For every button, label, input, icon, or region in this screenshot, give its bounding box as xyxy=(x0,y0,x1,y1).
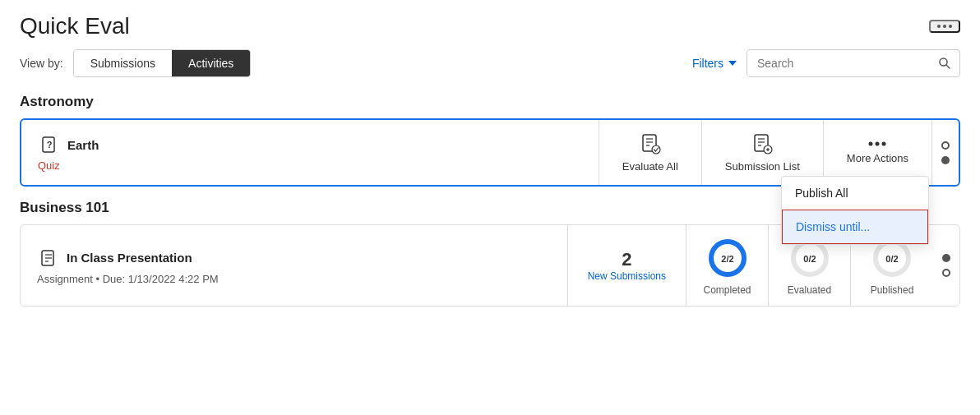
view-by-section: View by: Submissions Activities xyxy=(20,49,251,77)
dot-empty xyxy=(941,141,950,150)
svg-text:2/2: 2/2 xyxy=(721,254,733,264)
submissions-tab[interactable]: Submissions xyxy=(74,50,172,76)
search-box xyxy=(747,49,960,77)
filters-label: Filters xyxy=(692,57,723,70)
dismiss-until-item[interactable]: Dismiss until... xyxy=(782,210,928,244)
card-left-earth: ? Earth Quiz xyxy=(21,120,599,185)
section-astronomy: Astronomy xyxy=(20,94,960,110)
published-label: Published xyxy=(871,284,914,296)
view-by-label: View by: xyxy=(20,57,63,70)
earth-title: Earth xyxy=(67,138,99,152)
new-submissions-block: 2 New Submissions xyxy=(568,225,686,306)
more-actions-dropdown: Publish All Dismiss until... xyxy=(781,176,929,245)
evaluate-all-label: Evaluate All xyxy=(622,160,678,173)
filters-button[interactable]: Filters xyxy=(692,57,737,70)
new-submissions-number: 2 xyxy=(622,249,631,270)
search-icon xyxy=(938,57,951,70)
toolbar-row: View by: Submissions Activities Filters xyxy=(20,49,960,77)
submission-list-icon xyxy=(751,132,774,155)
search-button[interactable] xyxy=(930,52,959,75)
card-end-presentation xyxy=(933,225,959,306)
completed-donut-chart: 2/2 xyxy=(705,235,751,281)
view-toggle: Submissions Activities xyxy=(73,49,252,77)
earth-subtitle: Quiz xyxy=(38,159,582,172)
presentation-subtitle: Assignment • Due: 1/13/2022 4:22 PM xyxy=(37,273,551,285)
page-title: Quick Eval xyxy=(20,13,130,39)
more-actions-label: More Actions xyxy=(847,152,908,164)
quiz-icon: ? xyxy=(38,133,61,156)
chevron-down-icon xyxy=(728,61,737,66)
right-controls: Filters xyxy=(692,49,960,77)
more-options-button[interactable] xyxy=(929,20,960,33)
svg-point-16 xyxy=(869,142,873,146)
submission-list-label: Submission List xyxy=(725,160,800,173)
svg-line-1 xyxy=(946,65,950,68)
dot-empty-2 xyxy=(942,269,950,277)
svg-text:0/2: 0/2 xyxy=(885,254,898,264)
activity-name-presentation: In Class Presentation xyxy=(37,247,551,270)
activities-tab[interactable]: Activities xyxy=(172,50,250,76)
svg-point-18 xyxy=(882,142,886,146)
dot-filled-2 xyxy=(942,254,950,262)
card-left-presentation: In Class Presentation Assignment • Due: … xyxy=(21,225,568,306)
dot-filled xyxy=(941,156,950,164)
svg-text:0/2: 0/2 xyxy=(803,254,816,264)
card-end-earth xyxy=(932,120,959,185)
svg-point-17 xyxy=(876,142,880,146)
page-container: Quick Eval View by: Submissions Activiti… xyxy=(0,0,980,415)
evaluate-all-button[interactable]: Evaluate All xyxy=(599,120,702,185)
search-input[interactable] xyxy=(747,50,930,76)
evaluate-icon xyxy=(639,132,662,155)
more-actions-icon xyxy=(867,141,887,147)
activity-card-earth: ? Earth Quiz Evaluate All xyxy=(20,118,960,187)
activity-name-earth: ? Earth xyxy=(38,133,582,156)
completed-donut-block: 2/2 Completed xyxy=(686,225,769,306)
publish-all-item[interactable]: Publish All xyxy=(782,177,928,210)
assignment-icon xyxy=(37,247,60,270)
header-row: Quick Eval xyxy=(20,13,960,39)
completed-label: Completed xyxy=(703,284,751,296)
svg-text:?: ? xyxy=(47,140,53,150)
new-submissions-label: New Submissions xyxy=(588,270,666,282)
evaluated-label: Evaluated xyxy=(788,284,831,296)
svg-point-8 xyxy=(652,145,660,154)
presentation-title: In Class Presentation xyxy=(67,251,192,265)
